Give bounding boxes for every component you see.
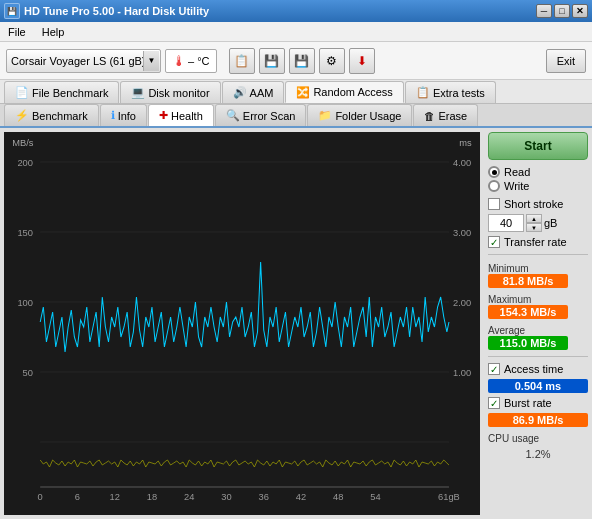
title-bar-buttons: ─ □ ✕ [536, 4, 588, 18]
menu-bar: File Help [0, 22, 592, 42]
average-label: Average [488, 325, 588, 336]
read-label: Read [504, 166, 530, 178]
cpu-usage-label: CPU usage [488, 433, 588, 444]
right-panel: Start Read Write Short stroke ▲ ▼ gB [484, 128, 592, 519]
tab-aam[interactable]: 🔊 AAM [222, 81, 285, 103]
tab-erase-label: Erase [438, 110, 467, 122]
tab-extra-tests-label: Extra tests [433, 87, 485, 99]
svg-text:42: 42 [296, 492, 306, 502]
svg-text:50: 50 [23, 368, 33, 378]
gb-spinner-input[interactable] [488, 214, 524, 232]
temperature-display: 🌡 – °C [165, 49, 217, 73]
folder-usage-icon: 📁 [318, 109, 332, 122]
short-stroke-checkbox[interactable] [488, 198, 500, 210]
toolbar-btn-2[interactable]: 💾 [259, 48, 285, 74]
tab-info-label: Info [118, 110, 136, 122]
access-time-label: Access time [504, 363, 563, 375]
spinner-up-button[interactable]: ▲ [526, 214, 542, 223]
tab-folder-usage-label: Folder Usage [335, 110, 401, 122]
read-write-group: Read Write [488, 164, 588, 194]
gb-spinner-row: ▲ ▼ gB [488, 214, 588, 232]
health-icon: ✚ [159, 109, 168, 122]
read-radio-button[interactable] [488, 166, 500, 178]
svg-text:24: 24 [184, 492, 194, 502]
divider-2 [488, 356, 588, 357]
tab-info[interactable]: ℹ Info [100, 104, 147, 126]
transfer-rate-checkbox[interactable]: ✓ [488, 236, 500, 248]
short-stroke-label: Short stroke [504, 198, 563, 210]
maximum-section: Maximum 154.3 MB/s [488, 292, 588, 319]
burst-rate-item[interactable]: ✓ Burst rate [488, 397, 588, 409]
menu-file[interactable]: File [4, 24, 30, 40]
toolbar-btn-3[interactable]: 💾 [289, 48, 315, 74]
maximize-button[interactable]: □ [554, 4, 570, 18]
svg-text:200: 200 [17, 158, 33, 168]
chart-area: MB/s ms 200 150 100 50 4.00 3.00 2.00 1.… [4, 132, 480, 515]
toolbar-btn-5[interactable]: ⬇ [349, 48, 375, 74]
svg-text:30: 30 [221, 492, 231, 502]
tab-health-label: Health [171, 110, 203, 122]
svg-text:MB/s: MB/s [12, 138, 34, 148]
svg-text:6: 6 [75, 492, 80, 502]
svg-text:100: 100 [17, 298, 33, 308]
tab-erase[interactable]: 🗑 Erase [413, 104, 478, 126]
benchmark-chart: MB/s ms 200 150 100 50 4.00 3.00 2.00 1.… [4, 132, 480, 515]
tab-benchmark-label: Benchmark [32, 110, 88, 122]
svg-text:12: 12 [110, 492, 120, 502]
tab-disk-monitor[interactable]: 💻 Disk monitor [120, 81, 220, 103]
svg-text:54: 54 [370, 492, 380, 502]
svg-text:2.00: 2.00 [453, 298, 471, 308]
access-time-item[interactable]: ✓ Access time [488, 363, 588, 375]
write-radio[interactable]: Write [488, 180, 588, 192]
read-radio[interactable]: Read [488, 166, 588, 178]
info-icon: ℹ [111, 109, 115, 122]
short-stroke-item[interactable]: Short stroke [488, 198, 588, 210]
spinner-buttons: ▲ ▼ [526, 214, 542, 232]
maximum-value: 154.3 MB/s [488, 305, 568, 319]
tab-benchmark[interactable]: ⚡ Benchmark [4, 104, 99, 126]
svg-text:1.00: 1.00 [453, 368, 471, 378]
toolbar: Corsair Voyager LS (61 gB) ▼ 🌡 – °C 📋 💾 … [0, 42, 592, 80]
burst-rate-label: Burst rate [504, 397, 552, 409]
tab-file-benchmark[interactable]: 📄 File Benchmark [4, 81, 119, 103]
cpu-usage-value: 1.2% [488, 448, 588, 460]
close-button[interactable]: ✕ [572, 4, 588, 18]
svg-text:4.00: 4.00 [453, 158, 471, 168]
spinner-down-button[interactable]: ▼ [526, 223, 542, 232]
tab-health[interactable]: ✚ Health [148, 104, 214, 126]
tab-extra-tests[interactable]: 📋 Extra tests [405, 81, 496, 103]
tab-random-access[interactable]: 🔀 Random Access [285, 81, 403, 103]
svg-text:0: 0 [38, 492, 43, 502]
random-access-icon: 🔀 [296, 86, 310, 99]
average-section: Average 115.0 MB/s [488, 323, 588, 350]
toolbar-btn-1[interactable]: 📋 [229, 48, 255, 74]
temperature-value: – °C [188, 55, 210, 67]
start-button[interactable]: Start [488, 132, 588, 160]
extra-tests-icon: 📋 [416, 86, 430, 99]
transfer-rate-item[interactable]: ✓ Transfer rate [488, 236, 588, 248]
svg-text:150: 150 [17, 228, 33, 238]
benchmark-icon: ⚡ [15, 109, 29, 122]
main-content: MB/s ms 200 150 100 50 4.00 3.00 2.00 1.… [0, 128, 592, 519]
drive-selector[interactable]: Corsair Voyager LS (61 gB) [6, 49, 161, 73]
tab-aam-label: AAM [250, 87, 274, 99]
write-label: Write [504, 180, 529, 192]
minimum-section: Minimum 81.8 MB/s [488, 261, 588, 288]
access-time-value: 0.504 ms [488, 379, 588, 393]
svg-text:3.00: 3.00 [453, 228, 471, 238]
write-radio-button[interactable] [488, 180, 500, 192]
disk-monitor-icon: 💻 [131, 86, 145, 99]
access-time-checkbox[interactable]: ✓ [488, 363, 500, 375]
maximum-label: Maximum [488, 294, 588, 305]
tab-folder-usage[interactable]: 📁 Folder Usage [307, 104, 412, 126]
tabs-row2: ⚡ Benchmark ℹ Info ✚ Health 🔍 Error Scan… [0, 104, 592, 128]
transfer-rate-label: Transfer rate [504, 236, 567, 248]
toolbar-btn-4[interactable]: ⚙ [319, 48, 345, 74]
menu-help[interactable]: Help [38, 24, 69, 40]
divider-1 [488, 254, 588, 255]
minimize-button[interactable]: ─ [536, 4, 552, 18]
tabs-row1: 📄 File Benchmark 💻 Disk monitor 🔊 AAM 🔀 … [0, 80, 592, 104]
exit-button[interactable]: Exit [546, 49, 586, 73]
tab-error-scan[interactable]: 🔍 Error Scan [215, 104, 307, 126]
burst-rate-checkbox[interactable]: ✓ [488, 397, 500, 409]
